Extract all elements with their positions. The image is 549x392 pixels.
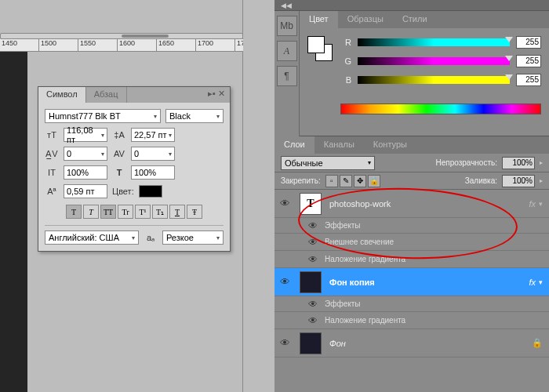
type-style-buttons: T T TT Tr T¹ T₁ T Ŧ: [45, 205, 224, 219]
opacity-arrow-icon[interactable]: ▸: [540, 159, 543, 166]
v-scale-input[interactable]: 100%: [64, 165, 107, 180]
fx-expand-icon[interactable]: ▾: [539, 200, 549, 208]
underline-btn[interactable]: T: [169, 205, 185, 219]
opacity-label: Непрозрачность:: [435, 158, 497, 167]
g-value[interactable]: 255: [516, 55, 541, 67]
tab-channels[interactable]: Каналы: [314, 136, 364, 154]
lock-position-icon[interactable]: ✥: [354, 175, 366, 187]
visibility-toggle-icon[interactable]: 👁: [274, 198, 295, 209]
visibility-toggle-icon[interactable]: 👁: [274, 337, 295, 349]
lock-all-icon[interactable]: 🔒: [368, 175, 380, 187]
b-value[interactable]: 255: [516, 74, 541, 86]
character-panel: Символ Абзац ▸▪ ✕ Humnst777 Blk BT▾ Blac…: [38, 86, 231, 252]
paragraph-panel-icon[interactable]: ¶: [277, 66, 297, 86]
g-label: G: [342, 56, 351, 66]
blend-mode-select[interactable]: Обычные▾: [281, 156, 375, 170]
mb-panel-icon[interactable]: Mb: [277, 16, 297, 36]
fill-arrow-icon[interactable]: ▸: [540, 177, 543, 184]
tab-paths[interactable]: Контуры: [364, 136, 416, 154]
font-size-icon: тТ: [45, 128, 59, 142]
color-spectrum[interactable]: [340, 103, 541, 114]
visibility-toggle-icon[interactable]: 👁: [306, 220, 320, 231]
visibility-toggle-icon[interactable]: 👁: [274, 276, 295, 288]
color-label: Цвет:: [112, 187, 134, 196]
effect-row[interactable]: 👁 Внешнее свечение: [274, 234, 549, 251]
font-size-input[interactable]: 116,08 пт▾: [64, 128, 107, 142]
font-family-select[interactable]: Humnst777 Blk BT▾: [45, 109, 161, 123]
tab-paragraph[interactable]: Абзац: [86, 87, 127, 103]
ruler-horizontal: 1450 1500 1550 1600 1650 1700 1750 1800 …: [0, 39, 243, 52]
tab-character[interactable]: Символ: [38, 87, 86, 103]
subscript-btn[interactable]: T₁: [152, 205, 168, 219]
layer-list: 👁 T photoshop-work fx ▾ 👁 Эффекты 👁 Внеш…: [274, 190, 549, 358]
superscript-btn[interactable]: T¹: [135, 205, 151, 219]
baseline-icon: Aª: [45, 184, 59, 198]
italic-btn[interactable]: T: [83, 205, 99, 219]
bold-btn[interactable]: T: [66, 205, 82, 219]
r-slider[interactable]: [358, 38, 510, 46]
visibility-toggle-icon[interactable]: 👁: [306, 237, 320, 248]
text-layer-thumb-icon: T: [300, 193, 322, 215]
character-panel-icon[interactable]: A: [277, 41, 297, 61]
h-scale-input[interactable]: 100%: [131, 165, 175, 180]
antialias-icon: aₐ: [144, 230, 158, 245]
lock-icon: 🔒: [532, 338, 549, 348]
allcaps-btn[interactable]: TT: [100, 205, 116, 219]
layer-row-text[interactable]: 👁 T photoshop-work fx ▾: [274, 190, 549, 218]
collapse-arrows-icon: ◀◀: [281, 2, 292, 9]
lock-pixels-icon[interactable]: ✎: [340, 175, 352, 187]
baseline-input[interactable]: 0,59 пт: [64, 184, 107, 198]
b-slider[interactable]: [358, 76, 510, 84]
collapse-bar[interactable]: ◀◀: [274, 0, 549, 11]
layer-row-selected[interactable]: 👁 Фон копия fx ▾: [274, 268, 549, 296]
smallcaps-btn[interactable]: Tr: [118, 205, 133, 219]
g-slider[interactable]: [358, 57, 510, 65]
leading-input[interactable]: 22,57 пт▾: [131, 128, 175, 142]
right-panel-group: ◀◀ Mb A ¶ Цвет Образцы Стили R 255: [274, 0, 549, 392]
r-value[interactable]: 255: [516, 36, 541, 49]
lock-transparency-icon[interactable]: ▫: [325, 175, 338, 187]
tracking-icon: AV: [112, 147, 126, 161]
r-label: R: [342, 38, 351, 47]
canvas[interactable]: [0, 52, 27, 392]
fg-bg-swatches[interactable]: [307, 36, 333, 61]
h-scale-icon: T: [112, 165, 126, 180]
tab-swatches[interactable]: Образцы: [338, 11, 393, 28]
tracking-input[interactable]: 0▾: [131, 147, 175, 161]
text-color-swatch[interactable]: [139, 185, 162, 198]
collapsed-panel-strip: Mb A ¶: [274, 11, 300, 136]
layers-panel: Слои Каналы Контуры Обычные▾ Непрозрачно…: [274, 136, 549, 392]
leading-icon: ‡A: [112, 128, 126, 142]
effects-header[interactable]: 👁 Эффекты: [274, 296, 549, 312]
strikethrough-btn[interactable]: Ŧ: [187, 205, 202, 219]
fill-input[interactable]: 100%: [502, 175, 535, 187]
effect-row[interactable]: 👁 Наложение градиента: [274, 251, 549, 268]
language-select[interactable]: Английский: США▾: [45, 230, 139, 245]
tab-layers[interactable]: Слои: [274, 136, 314, 154]
v-scale-icon: IT: [45, 165, 59, 180]
kerning-input[interactable]: 0▾: [64, 147, 107, 161]
antialias-select[interactable]: Резкое▾: [162, 230, 224, 245]
visibility-toggle-icon[interactable]: 👁: [306, 254, 320, 265]
visibility-toggle-icon[interactable]: 👁: [306, 299, 320, 310]
effects-header[interactable]: 👁 Эффекты: [274, 218, 549, 234]
tab-color[interactable]: Цвет: [300, 11, 338, 28]
effect-row[interactable]: 👁 Наложение градиента: [274, 312, 549, 329]
h-scrollbar[interactable]: [0, 33, 243, 39]
tab-styles[interactable]: Стили: [393, 11, 437, 28]
color-panel: Цвет Образцы Стили R 255 G 255: [300, 11, 549, 136]
opacity-input[interactable]: 100%: [502, 157, 535, 169]
layer-row-background[interactable]: 👁 Фон 🔒: [274, 329, 549, 358]
fg-color-swatch[interactable]: [307, 36, 325, 53]
fx-badge[interactable]: fx: [529, 278, 539, 287]
raster-layer-thumb-icon: [300, 332, 322, 354]
lock-label: Закрепить:: [281, 176, 321, 185]
fill-label: Заливка:: [465, 176, 497, 185]
visibility-toggle-icon[interactable]: 👁: [306, 315, 320, 326]
panel-menu-icon[interactable]: ▸▪ ✕: [203, 87, 230, 103]
font-style-select[interactable]: Black▾: [165, 109, 224, 123]
fx-badge[interactable]: fx: [529, 199, 539, 209]
fx-expand-icon[interactable]: ▾: [539, 278, 549, 286]
kerning-icon: A̲V: [45, 147, 59, 161]
raster-layer-thumb-icon: [300, 271, 322, 293]
